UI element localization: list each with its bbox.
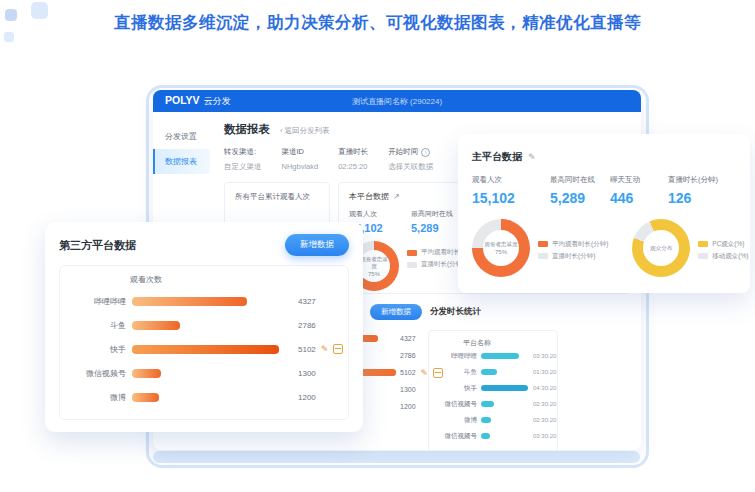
donut-legend: PC观众(%) 移动观众(%) [698,237,748,264]
bar [481,385,528,391]
main-platform-panel: 主平台数据 ✎ 观看人次 15,102 最高同时在线 5,289 聊天互动 44… [458,134,750,293]
window-frame-base [153,451,640,463]
info-field: 渠道ID NHgbviakd [282,147,319,172]
duration-bar-chart: 平台名称 哔哩哔哩 03:30:20 斗鱼 01:30:20 快手 [428,330,558,450]
bar-row: 快手 04:30:20 [437,380,549,396]
info-icon: i [421,148,430,157]
sidebar-item-distribution-settings[interactable]: 分发设置 [153,124,210,149]
app-header: 测试直播间名称 (290224) POLYV云分发 [153,90,641,112]
value-axis-label: 观看次数 [130,274,338,285]
save-icon[interactable] [433,368,443,378]
bar [481,401,494,407]
bar [481,417,491,423]
bar-row: 微信视频号 02:30:20 [437,396,549,412]
external-link-icon[interactable]: ↗ [393,192,400,201]
donut-legend: 平均观看时长(分钟) 直播时长(分钟) [538,237,608,264]
page-title: 数据报表 [224,122,270,137]
page-headline: 直播数据多维沉淀，助力决策分析、可视化数据图表，精准优化直播等 [0,12,755,34]
bar [481,369,497,375]
bar [132,321,180,330]
add-data-button[interactable]: 新增数据 [285,234,349,256]
bar-row: 斗鱼 01:30:20 [437,364,549,380]
edit-pencil-icon[interactable]: ✎ [528,152,536,162]
section-title: 分发时长统计 [430,306,481,318]
bar [481,353,519,359]
edit-pencil-icon[interactable]: ✎ [421,368,429,378]
legend-chip [538,253,548,259]
bar [132,345,279,354]
bar [481,433,490,439]
legend-chip [407,262,417,268]
loyalty-donut-chart: 观看者忠诚度 75% [472,219,530,277]
bar-row: 微信视频号 03:30:20 [437,428,549,444]
bar-row: 微博 1200 [70,385,338,409]
bar-row: 微信视频号 1300 [70,361,338,385]
info-field: 开始时间i 选择关联数据 [388,147,433,172]
edit-pencil-icon[interactable]: ✎ [321,344,329,354]
bar-row: 微博 02:30:20 [437,412,549,428]
legend-chip [407,250,417,256]
bar-row: 哔哩哔哩 4327 [70,289,338,313]
bar-row: 斗鱼 2786 [70,313,338,337]
legend-chip [538,241,548,247]
polyv-logo: POLYV云分发 [165,94,231,108]
bar-row: 快手 5102✎ [70,337,338,361]
stat: 直播时长(分钟) 126 [668,175,718,206]
views-bar-chart: 观看次数 哔哩哔哩 4327 斗鱼 2786 快手 5102✎ 微信视频号 13… [59,265,349,420]
bar [132,297,247,306]
info-field: 转发渠道: 自定义渠道 [224,147,262,172]
legend-chip [698,253,708,259]
back-link[interactable]: ‹ 返回分发列表 [280,126,330,136]
bar [132,393,159,402]
bar [132,369,161,378]
third-party-data-card: 第三方平台数据 新增数据 观看次数 哔哩哔哩 4327 斗鱼 2786 快手 5… [45,222,363,432]
audience-donut-chart: 观众分布 [632,219,690,277]
info-field: 直播时长 02:25:20 [338,147,368,172]
card-title: 第三方平台数据 [59,238,136,253]
panel-title: 主平台数据 [472,150,522,164]
stat: 聊天互动 446 [610,175,668,206]
bar-row: 哔哩哔哩 03:30:20 [437,348,549,364]
add-data-button[interactable]: 新增数据 [370,304,422,320]
stat: 观看人次 15,102 [472,175,550,206]
stat: 最高同时在线 5,289 [550,175,610,206]
save-icon[interactable] [333,344,343,354]
sidebar-item-data-report[interactable]: 数据报表 [153,149,210,174]
legend-chip [698,241,708,247]
